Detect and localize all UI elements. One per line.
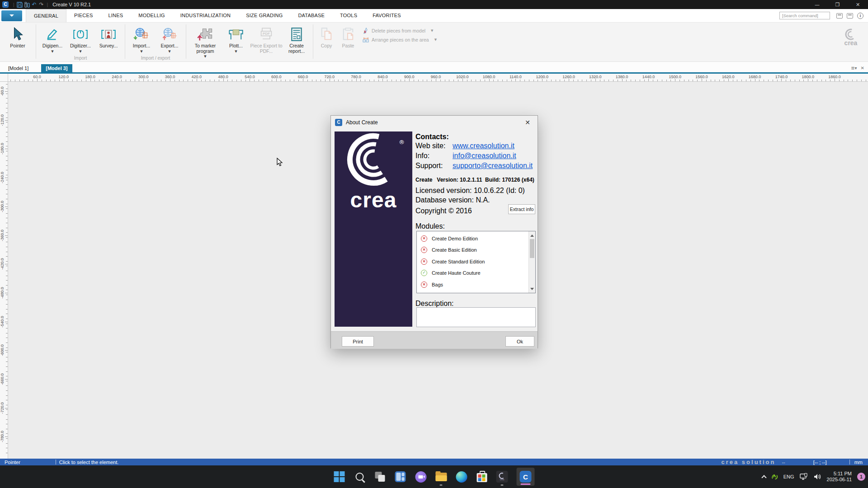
support-link[interactable]: supporto@creasolution.it — [453, 162, 533, 170]
create-report-button[interactable]: Create report... — [283, 24, 311, 54]
crea-app-icon[interactable]: crea — [496, 471, 508, 483]
start-button[interactable] — [334, 471, 345, 483]
info-link[interactable]: info@creasolution.it — [453, 152, 516, 160]
model-tab-1[interactable]: [Model 1] — [4, 64, 33, 72]
file-menu-button[interactable] — [1, 10, 22, 21]
dialog-titlebar[interactable]: C About Create ✕ — [331, 116, 538, 129]
to-marker-program-button[interactable]: To marker program▼ — [189, 24, 222, 60]
pointer-button[interactable]: Pointer — [2, 24, 33, 49]
modules-label: Modules: — [415, 222, 445, 230]
edge-browser-icon[interactable] — [456, 471, 467, 483]
task-view-icon[interactable] — [374, 471, 386, 483]
module-row[interactable]: ✓Create Haute Couture — [417, 267, 535, 279]
volume-icon[interactable] — [813, 473, 821, 480]
language-indicator[interactable]: ENG — [783, 474, 794, 479]
tab-lines[interactable]: LINES — [101, 9, 131, 22]
website-link[interactable]: www.creasolution.it — [453, 142, 514, 150]
digitizer-quick-icon[interactable] — [24, 1, 31, 8]
widgets-icon[interactable] — [395, 471, 406, 483]
crea-ribbon-logo: crea — [837, 28, 864, 49]
svg-text:crea: crea — [500, 478, 505, 481]
redo-icon[interactable]: ↷ — [38, 1, 45, 8]
digipen-icon — [38, 25, 66, 43]
ribbon-option-icon[interactable] — [836, 13, 843, 19]
export-button[interactable]: Export...▼ — [156, 24, 184, 54]
paste-icon — [337, 25, 359, 43]
divider: | — [47, 2, 48, 7]
search-icon[interactable] — [354, 471, 366, 483]
marker-program-icon — [189, 25, 222, 43]
plotter-icon — [222, 25, 250, 43]
microsoft-store-icon[interactable] — [476, 471, 488, 483]
tab-database[interactable]: DATABASE — [290, 9, 332, 22]
arrange-pieces-button: Arrange pieces on the area▼ — [363, 37, 437, 43]
tray-app-icon[interactable] — [771, 474, 778, 480]
import-button[interactable]: Import...▼ — [127, 24, 156, 54]
file-explorer-icon[interactable] — [435, 471, 447, 483]
tab-modellig[interactable]: MODELLIG — [131, 9, 172, 22]
tab-tools[interactable]: TOOLS — [332, 9, 365, 22]
drawing-canvas[interactable]: C About Create ✕ ® crea Contacts: Web si… — [8, 82, 868, 459]
tab-industrialization[interactable]: INDUSTRIALIZATION — [173, 9, 238, 22]
print-button[interactable]: Print — [342, 336, 374, 347]
ok-button[interactable]: Ok — [505, 336, 534, 347]
survey-button[interactable]: Survey... — [94, 24, 123, 49]
piece-export-pdf-button: PDF Piece Export to PDF... — [250, 24, 283, 54]
tab-pieces[interactable]: PIECES — [66, 9, 101, 22]
extract-info-button[interactable]: Extract info — [508, 204, 535, 214]
module-row[interactable]: ×Create Basic Edition — [417, 244, 535, 256]
ribbon: Pointer Digipen...▼ Digitizer...▼ — [0, 23, 868, 62]
notification-badge[interactable]: 1 — [857, 473, 865, 481]
digitizer-button[interactable]: Digitizer...▼ — [66, 24, 94, 54]
digipen-button[interactable]: Digipen...▼ — [38, 24, 66, 54]
create-app-icon-active[interactable]: C — [517, 468, 535, 486]
date: 2025-06-11 — [827, 477, 852, 483]
module-row[interactable]: ×Bags — [417, 279, 535, 290]
hidden-icons-chevron[interactable] — [761, 475, 766, 480]
clock[interactable]: 5:11 PM 2025-06-11 — [827, 471, 852, 483]
export-icon — [156, 25, 184, 43]
ruler-label: -300.0 — [0, 197, 5, 216]
help-icon[interactable]: i — [857, 13, 863, 19]
module-name: Create Demo Edition — [432, 236, 478, 241]
ruler-label: -120.0 — [0, 111, 5, 129]
module-row[interactable]: ×Create Standard Edition — [417, 256, 535, 267]
module-enabled-icon: ✓ — [421, 270, 427, 276]
status-mode: Pointer — [5, 460, 20, 465]
modules-listbox[interactable]: ×Create Demo Edition×Create Basic Editio… — [416, 231, 536, 293]
divider — [849, 460, 850, 465]
copy-button: Copy — [316, 24, 337, 49]
module-name: Create Standard Edition — [432, 259, 485, 264]
tab-favorites[interactable]: FAVORITES — [365, 9, 409, 22]
network-icon[interactable] — [800, 473, 808, 480]
ribbon-tabs: GENERALPIECESLINESMODELLIGINDUSTRIALIZAT… — [26, 9, 409, 22]
description-label: Description: — [415, 300, 453, 308]
window-layout-icon[interactable] — [847, 13, 853, 19]
module-row[interactable]: ✓Draw — [417, 291, 535, 294]
ribbon-group-clipboard: Copy Paste — [314, 23, 361, 61]
dialog-close-button[interactable]: ✕ — [519, 116, 537, 128]
module-disabled-icon: × — [421, 282, 427, 288]
minimize-button[interactable]: — — [807, 0, 827, 9]
app-icon[interactable]: C — [2, 1, 9, 8]
time: 5:11 PM — [827, 471, 852, 477]
close-model-icon[interactable]: ✕ — [861, 66, 864, 70]
ruler-label: -660.0 — [0, 370, 5, 388]
ruler-label: -60.0 — [0, 82, 5, 100]
chat-icon[interactable] — [415, 471, 427, 483]
save-icon[interactable] — [16, 1, 24, 8]
plott-button[interactable]: Plott...▼ — [222, 24, 250, 54]
window-titlebar: C | ↶ ↷ | Create V 10 R2.1 — ❐ ✕ — [0, 0, 868, 9]
search-input[interactable]: [Search command] — [779, 12, 830, 19]
undo-icon[interactable]: ↶ — [31, 1, 38, 8]
maximize-button[interactable]: ❐ — [827, 0, 848, 9]
tab-list-icon[interactable]: ≣▾ — [851, 66, 857, 70]
divider: | — [13, 2, 14, 7]
copyright: Copyright © 2016 — [415, 207, 472, 215]
module-row[interactable]: ×Create Demo Edition — [417, 233, 535, 244]
model-tab-3[interactable]: [Model 3] — [41, 64, 72, 72]
tab-general[interactable]: GENERAL — [26, 9, 66, 22]
description-textbox[interactable] — [416, 307, 536, 327]
tab-size-grading[interactable]: SIZE GRADING — [238, 9, 290, 22]
close-button[interactable]: ✕ — [848, 0, 868, 9]
